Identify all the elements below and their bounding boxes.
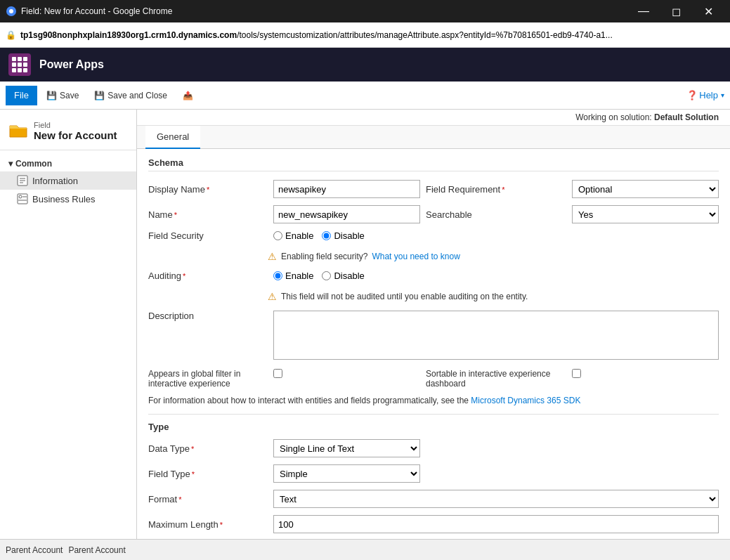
solution-label: Working on solution: — [575, 112, 652, 122]
appears-checkbox[interactable] — [273, 369, 282, 378]
save-icon: 💾 — [46, 91, 57, 100]
max-length-input[interactable] — [273, 515, 719, 533]
sidebar-item-business-rules[interactable]: Business Rules — [0, 190, 136, 208]
publish-icon: 📤 — [183, 91, 193, 100]
sortable-label-group: Sortable in interactive experience dashb… — [426, 369, 566, 389]
auditing-warning-icon: ⚠ — [268, 291, 277, 302]
waffle-button[interactable] — [8, 53, 31, 76]
help-icon: ❓ — [686, 90, 698, 100]
field-security-disable-label: Disable — [334, 230, 364, 241]
lock-icon: 🔒 — [6, 30, 16, 40]
name-required: * — [174, 211, 177, 219]
help-button[interactable]: ❓ Help ▾ — [686, 90, 724, 100]
field-security-disable-radio[interactable] — [322, 231, 331, 240]
nav-group-name: Common — [15, 159, 52, 169]
restore-button[interactable]: ◻ — [660, 0, 692, 22]
data-type-select[interactable]: Single Line of Text Multiple Lines of Te… — [273, 439, 420, 457]
max-length-label: Maximum Length* — [148, 519, 268, 530]
main-layout: Field New for Account ▾ Common Informati… — [0, 110, 730, 560]
sdk-link[interactable]: Microsoft Dynamics 365 SDK — [471, 396, 580, 405]
help-label: Help — [699, 90, 718, 100]
auditing-required: * — [183, 272, 185, 280]
entity-type: Field — [34, 121, 117, 129]
chrome-icon — [6, 6, 17, 17]
sortable-checkbox-wrapper — [572, 369, 719, 380]
description-wrapper — [273, 311, 719, 362]
display-name-input[interactable] — [273, 180, 420, 198]
content-area: Working on solution: Default Solution Ge… — [137, 110, 730, 560]
format-label: Format* — [148, 494, 268, 504]
sidebar: Field New for Account ▾ Common Informati… — [0, 110, 137, 560]
field-type-label: Field Type* — [148, 469, 268, 479]
entity-header: Field New for Account — [0, 115, 136, 150]
address-domain: tp1sg908nonphxplain18930org1.crm10.dynam… — [20, 30, 237, 40]
name-label: Name* — [148, 209, 268, 220]
field-security-disable-option[interactable]: Disable — [322, 230, 364, 241]
data-type-row: Data Type* Single Line of Text Multiple … — [148, 439, 719, 457]
data-type-label: Data Type* — [148, 443, 268, 454]
save-and-close-button[interactable]: 💾 Save and Close — [88, 86, 174, 105]
app-header: Power Apps — [0, 48, 730, 82]
tab-bar: General — [137, 126, 730, 149]
tab-general[interactable]: General — [145, 126, 200, 149]
help-chevron-icon: ▾ — [721, 91, 724, 99]
publish-button[interactable]: 📤 — [176, 86, 200, 105]
auditing-warning-text: This field will not be audited until you… — [281, 292, 528, 301]
sortable-checkbox[interactable] — [572, 369, 581, 378]
solution-bar: Working on solution: Default Solution — [137, 110, 730, 126]
bottom-bar: Parent Account Parent Account — [0, 539, 730, 560]
appears-label: Appears in global filter in interactive … — [148, 369, 268, 389]
auditing-enable-radio[interactable] — [273, 271, 282, 280]
searchable-select[interactable]: Yes No — [572, 205, 719, 223]
auditing-disable-label: Disable — [334, 271, 364, 281]
display-name-row: Display Name* Field Requirement* Optiona… — [148, 180, 719, 198]
entity-name: New for Account — [34, 129, 117, 141]
file-button[interactable]: File — [6, 86, 37, 105]
name-input[interactable] — [273, 205, 420, 223]
close-button[interactable]: ✕ — [692, 0, 724, 22]
auditing-warning-row: ⚠ This field will not be audited until y… — [148, 288, 719, 305]
auditing-enable-label: Enable — [285, 271, 313, 281]
field-security-warning-row: ⚠ Enabling field security? What you need… — [148, 248, 719, 265]
address-path: /tools/systemcustomization/attributes/ma… — [237, 30, 613, 40]
type-section-title: Type — [148, 414, 719, 432]
field-security-enable-label: Enable — [285, 230, 313, 241]
waffle-grid — [12, 57, 27, 72]
sortable-label: Sortable in interactive experience dashb… — [426, 369, 566, 389]
form-content: Schema Display Name* Field Requirement* … — [137, 149, 730, 560]
save-label: Save — [60, 91, 79, 100]
appears-label-group: Appears in global filter in interactive … — [148, 369, 268, 389]
field-requirement-select[interactable]: Optional Business Recommended Business R… — [572, 180, 719, 198]
svg-rect-6 — [18, 194, 27, 204]
auditing-enable-option[interactable]: Enable — [273, 271, 313, 281]
searchable-label: Searchable — [426, 209, 566, 220]
name-row: Name* Searchable Yes No — [148, 205, 719, 223]
information-icon — [17, 175, 28, 186]
format-select[interactable]: Text Email URL Phone — [273, 490, 719, 508]
field-security-label: Field Security — [148, 230, 268, 241]
field-type-select[interactable]: Simple Calculated Rollup — [273, 464, 420, 483]
business-rules-icon — [17, 193, 28, 204]
warning-triangle-icon: ⚠ — [268, 251, 277, 262]
auditing-disable-radio[interactable] — [322, 271, 331, 280]
display-name-required: * — [207, 185, 209, 194]
info-text-prefix: For information about how to interact wi… — [148, 396, 469, 405]
field-security-enable-option[interactable]: Enable — [273, 230, 313, 241]
save-button[interactable]: 💾 Save — [40, 86, 85, 105]
information-label: Information — [32, 176, 78, 186]
schema-title: Schema — [148, 157, 719, 171]
field-security-enable-radio[interactable] — [273, 231, 282, 240]
toolbar: File 💾 Save 💾 Save and Close 📤 ❓ Help ▾ — [0, 82, 730, 110]
description-input[interactable] — [273, 311, 719, 360]
auditing-label: Auditing* — [148, 271, 268, 281]
save-close-label: Save and Close — [107, 91, 167, 100]
window-title: Field: New for Account - Google Chrome — [21, 6, 627, 16]
field-req-required: * — [502, 185, 504, 194]
description-label: Description — [148, 311, 268, 321]
minimize-button[interactable]: — — [627, 0, 660, 22]
description-row: Description — [148, 311, 719, 362]
address-bar: 🔒 tp1sg908nonphxplain18930org1.crm10.dyn… — [0, 22, 730, 48]
field-security-link[interactable]: What you need to know — [372, 252, 459, 261]
sidebar-item-information[interactable]: Information — [0, 171, 136, 190]
auditing-disable-option[interactable]: Disable — [322, 271, 364, 281]
